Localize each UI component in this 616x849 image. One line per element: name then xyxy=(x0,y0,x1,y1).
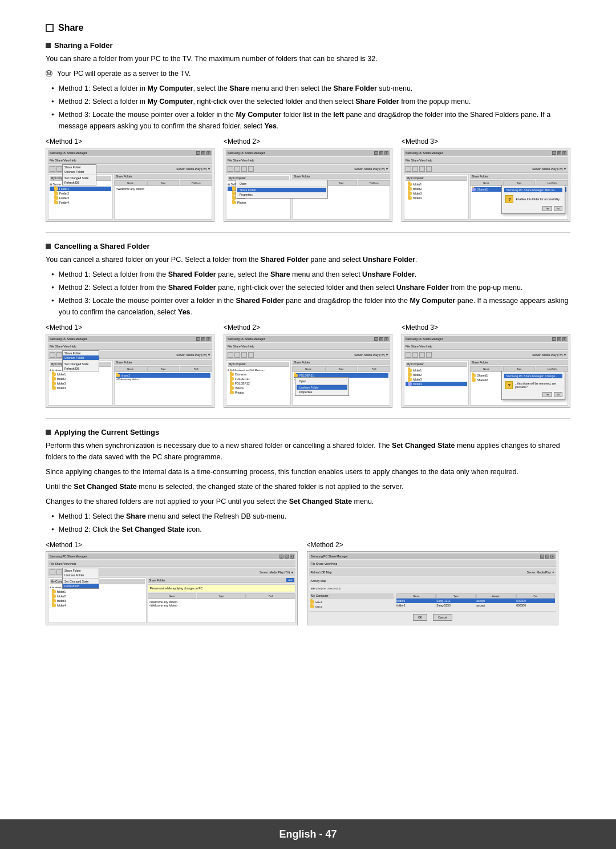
bullet-icon-3 xyxy=(46,430,51,435)
sharing-method-2: Method 2: Select a folder in My Computer… xyxy=(51,96,570,107)
cancel-method3-label: <Method 3> xyxy=(402,324,570,331)
cancelling-intro: You can cancel a shared folder on your P… xyxy=(46,254,570,265)
sharing-note: Ⓜ Your PC will operate as a server to th… xyxy=(46,68,570,79)
footer-bar: English - 47 xyxy=(0,819,616,849)
cancelling-method-2: Method 2: Select a folder from the Share… xyxy=(51,282,570,293)
cancel-method3-screenshot: Samsung PC Share Manager _□× File Share … xyxy=(402,334,570,408)
sharing-screenshots-row: <Method 1> Samsung PC Share Manager _□× … xyxy=(46,138,570,222)
cancelling-folder-subsection: Cancelling a Shared Folder You can cance… xyxy=(46,242,570,408)
method3-screenshot: Samsung PC Share Manager _□× File Share … xyxy=(402,148,570,222)
share-title-text: Share xyxy=(58,23,83,33)
cancelling-method-3: Method 3: Locate the mouse pointer over … xyxy=(51,295,570,318)
sharing-method-1: Method 1: Select a folder in My Computer… xyxy=(51,83,570,94)
sharing-method2-col: <Method 2> Samsung PC Share Manager _□× … xyxy=(224,138,392,222)
cancel-method1-label: <Method 1> xyxy=(46,324,214,331)
applying-method-1: Method 1: Select the Share menu and sele… xyxy=(51,511,570,522)
applying-para1: Perform this when synchronization is nec… xyxy=(46,440,570,463)
note-icon: Ⓜ xyxy=(46,68,52,79)
method2-screenshot: Samsung PC Share Manager _□× File Share … xyxy=(224,148,392,222)
cancel-method2-screenshot: Samsung PC Share Manager _□× File Share … xyxy=(224,334,392,408)
cancel-method1-screenshot: Samsung PC Share Manager _□× File Share … xyxy=(46,334,214,408)
method1-screenshot: Samsung PC Share Manager _□× File Share … xyxy=(46,148,214,222)
apply-method2-label: <Method 2> xyxy=(307,541,559,549)
cancelling-method3-col: <Method 3> Samsung PC Share Manager _□× … xyxy=(402,324,570,408)
method2-label: <Method 2> xyxy=(224,138,392,145)
cancel-method2-label: <Method 2> xyxy=(224,324,392,331)
applying-para3: Until the Set Changed State menu is sele… xyxy=(46,481,570,492)
apply-method1-screenshot: Samsung PC Share Manager _□× File Share … xyxy=(46,551,298,625)
sharing-method3-col: <Method 3> Samsung PC Share Manager _□× … xyxy=(402,138,570,222)
bullet-icon xyxy=(46,43,51,48)
sharing-folder-subsection: Sharing a Folder You can share a folder … xyxy=(46,41,570,222)
applying-method2-col: <Method 2> Samsung PC Share Manager _□× … xyxy=(307,541,559,625)
cancelling-screenshots-row: <Method 1> Samsung PC Share Manager _□× … xyxy=(46,324,570,408)
cancelling-methods-list: Method 1: Select a folder from the Share… xyxy=(51,269,570,318)
applying-settings-title: Applying the Current Settings xyxy=(46,428,570,436)
apply-method1-label: <Method 1> xyxy=(46,541,298,549)
sharing-method1-col: <Method 1> Samsung PC Share Manager _□× … xyxy=(46,138,214,222)
section-divider-1 xyxy=(46,232,570,233)
applying-methods-list: Method 1: Select the Share menu and sele… xyxy=(51,511,570,535)
page-content: Share Sharing a Folder You can share a f… xyxy=(46,23,570,625)
applying-method1-col: <Method 1> Samsung PC Share Manager _□× … xyxy=(46,541,298,625)
sharing-method-3: Method 3: Locate the mouse pointer over … xyxy=(51,109,570,132)
cancelling-method-1: Method 1: Select a folder from the Share… xyxy=(51,269,570,280)
bullet-icon-2 xyxy=(46,244,51,249)
method3-label: <Method 3> xyxy=(402,138,570,145)
cancelling-folder-title: Cancelling a Shared Folder xyxy=(46,242,570,250)
applying-settings-subsection: Applying the Current Settings Perform th… xyxy=(46,428,570,625)
section-divider-2 xyxy=(46,418,570,419)
applying-screenshots-row: <Method 1> Samsung PC Share Manager _□× … xyxy=(46,541,570,625)
sharing-folder-title: Sharing a Folder xyxy=(46,41,570,50)
method1-label: <Method 1> xyxy=(46,138,214,145)
footer-page-label: English - 47 xyxy=(279,828,337,840)
cancelling-method2-col: <Method 2> Samsung PC Share Manager _□× … xyxy=(224,324,392,408)
applying-para2: Since applying changes to the internal d… xyxy=(46,466,570,478)
applying-method-2: Method 2: Click the Set Changed State ic… xyxy=(51,524,570,535)
applying-para4: Changes to the shared folders are not ap… xyxy=(46,496,570,507)
cancelling-method1-col: <Method 1> Samsung PC Share Manager _□× … xyxy=(46,324,214,408)
sharing-methods-list: Method 1: Select a folder in My Computer… xyxy=(51,83,570,132)
apply-method2-screenshot: Samsung PC Share Manager _□× File Share … xyxy=(307,551,559,625)
checkbox-icon xyxy=(46,24,54,32)
sharing-intro: You can share a folder from your PC to t… xyxy=(46,53,570,64)
share-section-title: Share xyxy=(46,23,570,33)
